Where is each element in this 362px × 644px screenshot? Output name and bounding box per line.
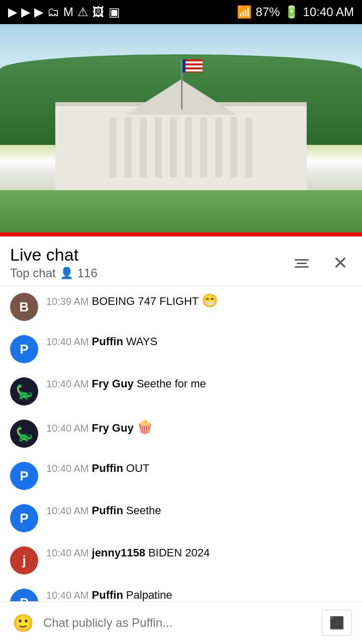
avatar: P bbox=[10, 335, 38, 363]
filter-button[interactable] bbox=[291, 255, 313, 272]
chat-header-right: ✕ bbox=[291, 249, 352, 278]
chat-header: Live chat Top chat 👤 116 ✕ bbox=[0, 236, 362, 286]
top-chat-label: Top chat bbox=[10, 266, 56, 280]
chat-input-bar: 🙂 ⬛ bbox=[0, 601, 362, 644]
battery-level: 87% bbox=[256, 5, 280, 19]
message-time: 10:40 AM bbox=[46, 463, 89, 474]
message-time: 10:40 AM bbox=[46, 336, 89, 348]
avatar: P bbox=[10, 462, 38, 490]
message-time: 10:40 AM bbox=[46, 378, 89, 390]
message-text: Seethe bbox=[126, 504, 161, 517]
send-button[interactable]: ⬛ bbox=[322, 610, 352, 636]
message-author: Puffin bbox=[92, 335, 123, 348]
message-text: BIDEN 2024 bbox=[148, 546, 210, 559]
message-emoji: 🍿 bbox=[137, 420, 153, 435]
message-content: 10:40 AM Fry Guy 🍿 bbox=[46, 420, 352, 435]
system-status: 📶 87% 🔋 10:40 AM bbox=[237, 5, 354, 19]
message-author: Puffin bbox=[92, 504, 123, 517]
message-content: 10:40 AM Puffin OUT bbox=[46, 462, 352, 475]
clock: 10:40 AM bbox=[303, 5, 354, 19]
wifi-icon: 📶 bbox=[237, 5, 252, 19]
chat-header-left: Live chat Top chat 👤 116 bbox=[10, 246, 98, 280]
message-content: 10:40 AM Fry Guy Seethe for me bbox=[46, 377, 352, 390]
close-chat-button[interactable]: ✕ bbox=[329, 249, 352, 278]
avatar: P bbox=[10, 504, 38, 532]
close-icon: ✕ bbox=[333, 253, 348, 273]
battery-icon: 🔋 bbox=[284, 5, 299, 19]
browser-icon: ▣ bbox=[109, 5, 120, 19]
message-content: 10:40 AM Puffin WAYS bbox=[46, 335, 352, 348]
chat-subtitle: Top chat 👤 116 bbox=[10, 266, 98, 280]
viewer-count: 116 bbox=[77, 266, 98, 280]
message-time: 10:40 AM bbox=[46, 590, 89, 601]
message-content: 10:40 AM Puffin Palpatine bbox=[46, 589, 352, 602]
yt-icon-2: ▶ bbox=[21, 5, 30, 19]
chat-message: P 10:40 AM Puffin OUT bbox=[0, 455, 362, 497]
chat-message: 🦕 10:40 AM Fry Guy Seethe for me bbox=[0, 370, 362, 413]
message-author: jenny1158 bbox=[92, 546, 145, 559]
yt-icon-1: ▶ bbox=[8, 5, 17, 19]
message-author: Puffin bbox=[92, 462, 123, 475]
message-text: WAYS bbox=[126, 335, 157, 348]
message-content: 10:39 AM BOEING 747 FLIGHT 😁 bbox=[46, 293, 352, 308]
chat-panel: Live chat Top chat 👤 116 ✕ B bbox=[0, 235, 362, 638]
mastodon-icon: M bbox=[63, 5, 73, 19]
message-time: 10:40 AM bbox=[46, 547, 89, 559]
message-emoji: 😁 bbox=[202, 293, 218, 308]
chat-title: Live chat bbox=[10, 246, 98, 264]
message-time: 10:40 AM bbox=[46, 423, 89, 434]
notification-icons: ▶ ▶ ▶ 🗂 M ⚠ 🖼 ▣ bbox=[8, 5, 120, 19]
alert-icon: ⚠ bbox=[77, 5, 88, 19]
video-player[interactable] bbox=[0, 24, 362, 235]
yt-icon-3: ▶ bbox=[34, 5, 43, 19]
send-icon: ⬛ bbox=[329, 616, 344, 630]
chat-message: j 10:40 AM jenny1158 BIDEN 2024 bbox=[0, 539, 362, 582]
chat-message: 🦕 10:40 AM Fry Guy 🍿 bbox=[0, 413, 362, 455]
chat-input[interactable] bbox=[43, 610, 315, 636]
gallery-icon: 🖼 bbox=[93, 5, 105, 19]
avatar: 🦕 bbox=[10, 420, 38, 448]
message-time: 10:40 AM bbox=[46, 505, 89, 517]
message-text: Seethe for me bbox=[137, 377, 206, 390]
chat-message: P 10:40 AM Puffin WAYS bbox=[0, 328, 362, 370]
avatar: j bbox=[10, 546, 38, 575]
avatar: B bbox=[10, 293, 38, 321]
message-content: 10:40 AM Puffin Seethe bbox=[46, 504, 352, 517]
message-content: 10:40 AM jenny1158 BIDEN 2024 bbox=[46, 546, 352, 559]
chat-message: P 10:40 AM Puffin Seethe bbox=[0, 497, 362, 539]
avatar: 🦕 bbox=[10, 377, 38, 406]
chat-message: B 10:39 AM BOEING 747 FLIGHT 😁 bbox=[0, 286, 362, 328]
status-bar: ▶ ▶ ▶ 🗂 M ⚠ 🖼 ▣ 📶 87% 🔋 10:40 AM bbox=[0, 0, 362, 24]
smiley-icon: 🙂 bbox=[13, 613, 34, 633]
chat-messages-list: B 10:39 AM BOEING 747 FLIGHT 😁 P 10:40 A… bbox=[0, 286, 362, 638]
message-text: OUT bbox=[126, 462, 149, 475]
message-author: Fry Guy bbox=[92, 422, 134, 435]
folder-icon: 🗂 bbox=[47, 5, 59, 19]
viewer-icon: 👤 bbox=[60, 267, 73, 280]
emoji-button[interactable]: 🙂 bbox=[10, 610, 36, 636]
message-time: 10:39 AM bbox=[46, 296, 89, 307]
filter-icon bbox=[295, 259, 309, 268]
message-author: Puffin bbox=[92, 589, 123, 602]
message-text: Palpatine bbox=[126, 589, 172, 602]
message-text: BOEING 747 FLIGHT bbox=[92, 295, 199, 308]
message-author: Fry Guy bbox=[92, 377, 134, 390]
